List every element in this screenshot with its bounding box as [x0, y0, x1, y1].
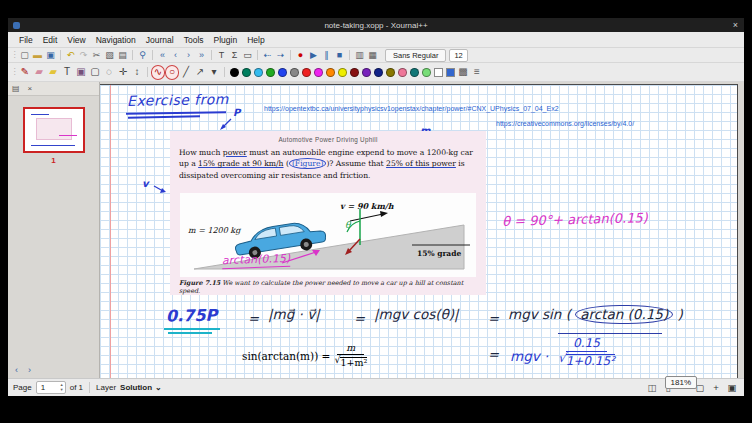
close-button[interactable]: ×: [730, 19, 741, 30]
separator[interactable]: [132, 50, 133, 60]
image-icon[interactable]: ▣: [74, 65, 88, 80]
page-number-spinner[interactable]: 1 ▴ ▾: [36, 381, 66, 394]
page-grid-icon[interactable]: ▦: [366, 49, 379, 62]
color-navy-dot[interactable]: [374, 68, 383, 77]
spinner-down-icon[interactable]: ▾: [60, 387, 62, 392]
menu-journal[interactable]: Journal: [141, 34, 179, 46]
zoom-in-icon[interactable]: +: [709, 381, 723, 394]
color-black-dot[interactable]: [230, 68, 239, 77]
separator[interactable]: [290, 50, 291, 60]
sidebar-prev-icon[interactable]: ‹: [11, 365, 22, 376]
page-preview-tab-icon[interactable]: ▤: [12, 84, 20, 93]
color-white-swatch[interactable]: [434, 68, 443, 77]
font-selector-button[interactable]: Sans Regular: [385, 49, 446, 62]
first-page-icon[interactable]: «: [156, 49, 169, 62]
separator[interactable]: [349, 50, 350, 60]
toolbar-drag-handle[interactable]: ⋮: [11, 65, 18, 80]
color-light-blue-dot[interactable]: [254, 68, 263, 77]
audio-play-icon[interactable]: ▶: [307, 49, 320, 62]
two-page-view-icon[interactable]: ◫: [645, 381, 659, 394]
lasso-icon[interactable]: ◌: [102, 65, 116, 80]
menu-edit[interactable]: Edit: [38, 34, 63, 46]
color-olive-dot[interactable]: [386, 68, 395, 77]
shape-tool-icon[interactable]: ▭: [241, 49, 254, 62]
sidebar-next-icon[interactable]: ›: [24, 365, 35, 376]
audio-record-icon[interactable]: ●: [294, 49, 307, 62]
canvas-area: Exercise from https://opentextbc.ca/univ…: [100, 82, 744, 378]
fullscreen-icon[interactable]: ▣: [725, 381, 739, 394]
redo-icon[interactable]: ↷: [77, 49, 90, 62]
draw-arrow-icon[interactable]: ↗: [193, 65, 207, 80]
new-file-icon[interactable]: ▢: [18, 49, 31, 62]
color-light-green-dot[interactable]: [422, 68, 431, 77]
text-icon[interactable]: T: [60, 65, 74, 80]
menu-tools[interactable]: Tools: [179, 34, 209, 46]
tool-options-caret-icon[interactable]: ▾: [207, 65, 221, 80]
copy-icon[interactable]: ▧: [103, 49, 116, 62]
color-green-dot[interactable]: [266, 68, 275, 77]
shape-recognizer-icon[interactable]: ∿: [151, 65, 165, 80]
page-layout-icon[interactable]: ▥: [353, 49, 366, 62]
search-icon[interactable]: ⚲: [136, 49, 149, 62]
separator[interactable]: [224, 67, 225, 77]
toolbar-drag-handle[interactable]: ⋮: [11, 49, 18, 62]
text-tool-icon[interactable]: T: [215, 49, 228, 62]
line-style-icon[interactable]: ≡: [470, 65, 484, 80]
font-size-spinner[interactable]: 12: [449, 49, 467, 62]
color-yellow-dot[interactable]: [338, 68, 347, 77]
paste-icon[interactable]: ▤: [116, 49, 129, 62]
audio-stop-icon[interactable]: ■: [333, 49, 346, 62]
page-thumbnail[interactable]: [23, 107, 85, 153]
menu-navigation[interactable]: Navigation: [91, 34, 141, 46]
thumb-magenta-mark: [59, 135, 77, 136]
menu-view[interactable]: View: [62, 34, 90, 46]
goto-next-annotated-icon[interactable]: ⇢: [274, 49, 287, 62]
color-orange-dot[interactable]: [326, 68, 335, 77]
draw-circle-icon[interactable]: ○: [165, 65, 179, 80]
select-rect-icon[interactable]: ▢: [88, 65, 102, 80]
document-page[interactable]: Exercise from https://opentextbc.ca/univ…: [100, 84, 738, 378]
sqrt-symbol: √: [558, 352, 566, 366]
fill-style-icon[interactable]: ▩: [456, 65, 470, 80]
undo-icon[interactable]: ↶: [64, 49, 77, 62]
ruler-icon[interactable]: ╱: [179, 65, 193, 80]
color-gray-dot[interactable]: [290, 68, 299, 77]
color-magenta-dot[interactable]: [314, 68, 323, 77]
layer-dropdown[interactable]: Solution ⌄: [120, 383, 162, 392]
color-dark-green-dot[interactable]: [242, 68, 251, 77]
menu-plugin[interactable]: Plugin: [209, 34, 243, 46]
page-number-value: 1: [41, 383, 45, 392]
color-blue-dot[interactable]: [278, 68, 287, 77]
typed-identity-fraction: m √ 1+m²: [334, 343, 367, 369]
color-teal-dot[interactable]: [410, 68, 419, 77]
problem-text-part: 1200-kg: [427, 148, 458, 157]
cut-icon[interactable]: ✂: [90, 49, 103, 62]
color-pink-dot[interactable]: [398, 68, 407, 77]
last-page-icon[interactable]: »: [195, 49, 208, 62]
separator[interactable]: [211, 50, 212, 60]
menu-help[interactable]: Help: [242, 34, 269, 46]
pen-icon[interactable]: ✎: [18, 65, 32, 80]
highlighter-icon[interactable]: ▰: [46, 65, 60, 80]
open-file-icon[interactable]: ▬: [31, 49, 44, 62]
separator[interactable]: [60, 50, 61, 60]
separator[interactable]: [257, 50, 258, 60]
color-purple-dot[interactable]: [362, 68, 371, 77]
eraser-icon[interactable]: ▰: [32, 65, 46, 80]
separator[interactable]: [152, 50, 153, 60]
menu-file[interactable]: File: [14, 34, 38, 46]
audio-pause-icon[interactable]: ∥: [320, 49, 333, 62]
sidebar-close-icon[interactable]: ×: [28, 84, 33, 93]
math-tex-icon[interactable]: Σ: [228, 49, 241, 62]
save-icon[interactable]: ▣: [44, 49, 57, 62]
color-red-dot[interactable]: [302, 68, 311, 77]
goto-prev-annotated-icon[interactable]: ⇠: [261, 49, 274, 62]
hand-tool-icon[interactable]: ✛: [116, 65, 130, 80]
color-royal-blue-swatch[interactable]: [446, 68, 455, 77]
color-maroon-dot[interactable]: [350, 68, 359, 77]
vertical-space-icon[interactable]: ↕: [130, 65, 144, 80]
separator[interactable]: [147, 67, 148, 77]
prev-page-icon[interactable]: ‹: [169, 49, 182, 62]
layer-value: Solution: [120, 383, 152, 392]
next-page-icon[interactable]: ›: [182, 49, 195, 62]
